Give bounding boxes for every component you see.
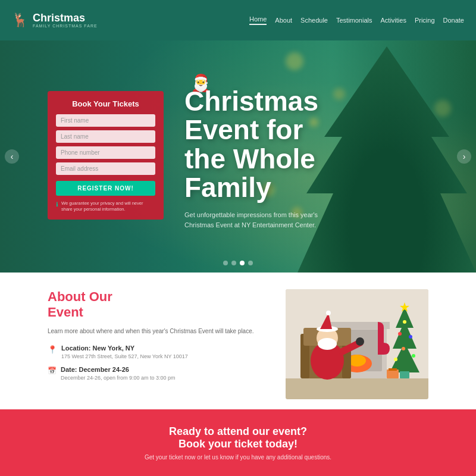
location-details: Location: New York, NY 175 West 27th Str…: [61, 345, 188, 361]
svg-point-20: [409, 335, 412, 339]
nav-activities[interactable]: Activities: [380, 17, 406, 24]
date-description: December 24-26, open from 9:00 am to 3:0…: [61, 374, 176, 382]
svg-point-16: [356, 337, 364, 346]
logo-area[interactable]: 🦌 Christmas FAMILY CHRISTMAS FARE: [12, 12, 98, 29]
calendar-icon: 📅: [48, 367, 57, 375]
main-nav: Home About Schedule Testimonials Activit…: [249, 15, 464, 25]
date-label: Date: December 24-26: [61, 366, 176, 373]
about-section: About Our Event Learn more about where a…: [0, 273, 476, 409]
dot-2[interactable]: [231, 261, 236, 265]
svg-point-15: [318, 338, 337, 350]
cta-subtitle: Get your ticket now or let us know if yo…: [145, 454, 331, 461]
nav-pricing[interactable]: Pricing: [415, 17, 435, 24]
svg-point-19: [398, 332, 402, 336]
hero-subtitle: Get unforgettable impressions from this …: [184, 210, 339, 230]
dot-1[interactable]: [223, 261, 228, 265]
cta-banner: Ready to attend our event?Book your tick…: [0, 409, 476, 476]
location-label: Location: New York, NY: [61, 345, 188, 352]
date-details: Date: December 24-26 December 24-26, ope…: [61, 366, 176, 382]
about-image: [286, 289, 428, 399]
santa-photo: [286, 289, 428, 399]
booking-form: Book Your Tickets REGISTER NOW! ℹ We gua…: [48, 91, 164, 220]
svg-rect-27: [400, 371, 409, 378]
first-name-field[interactable]: [56, 114, 155, 127]
nav-home[interactable]: Home: [249, 15, 267, 25]
location-address: 175 West 27th Street, Suite 527, New Yor…: [61, 353, 188, 361]
logo-subtitle: FAMILY CHRISTMAS FARE: [33, 24, 98, 28]
logo-title: Christmas: [33, 12, 98, 24]
hero-title: Christmas Event for the Whole Family: [184, 87, 339, 202]
dot-4[interactable]: [248, 261, 253, 265]
privacy-text: We guarantee your privacy and will never…: [61, 201, 155, 212]
location-info: 📍 Location: New York, NY 175 West 27th S…: [48, 345, 262, 361]
nav-about[interactable]: About: [275, 17, 292, 24]
nav-donate[interactable]: Donate: [443, 17, 464, 24]
santa-svg: [286, 289, 428, 399]
nav-schedule[interactable]: Schedule: [300, 17, 328, 24]
svg-point-22: [412, 354, 415, 358]
svg-rect-25: [387, 369, 399, 378]
email-field[interactable]: [56, 162, 155, 175]
phone-field[interactable]: [56, 146, 155, 159]
last-name-field[interactable]: [56, 130, 155, 143]
bokeh-light: [286, 52, 303, 70]
cta-title: Ready to attend our event?Book your tick…: [169, 425, 307, 450]
santa-illustration: [286, 289, 428, 399]
register-button[interactable]: REGISTER NOW!: [56, 181, 155, 196]
svg-point-18: [403, 320, 406, 324]
svg-rect-1: [286, 378, 428, 399]
about-content: About Our Event Learn more about where a…: [48, 289, 262, 388]
nav-testimonials[interactable]: Testimonials: [336, 17, 372, 24]
date-info: 📅 Date: December 24-26 December 24-26, o…: [48, 366, 262, 382]
svg-point-23: [394, 358, 397, 361]
svg-rect-26: [389, 368, 397, 371]
hero-section: ‹ › Book Your Tickets REGISTER NOW! ℹ We…: [0, 40, 476, 273]
privacy-note: ℹ We guarantee your privacy and will nev…: [56, 201, 155, 212]
reindeer-icon: 🦌: [12, 12, 28, 28]
hero-prev-button[interactable]: ‹: [5, 149, 19, 164]
hero-next-button[interactable]: ›: [457, 149, 471, 164]
hero-text: 🎅 Christmas Event for the Whole Family G…: [184, 73, 339, 230]
bokeh-light: [434, 100, 451, 117]
about-description: Learn more about where and when this yea…: [48, 327, 262, 336]
dot-3[interactable]: [240, 261, 245, 265]
info-icon: ℹ: [56, 201, 58, 208]
svg-point-21: [402, 347, 405, 350]
hero-dots: [223, 261, 253, 265]
header: 🦌 Christmas FAMILY CHRISTMAS FARE Home A…: [0, 0, 476, 40]
about-title: About Our Event: [48, 289, 262, 321]
svg-point-14: [326, 311, 331, 315]
location-icon: 📍: [48, 345, 57, 354]
booking-form-title: Book Your Tickets: [56, 99, 155, 108]
